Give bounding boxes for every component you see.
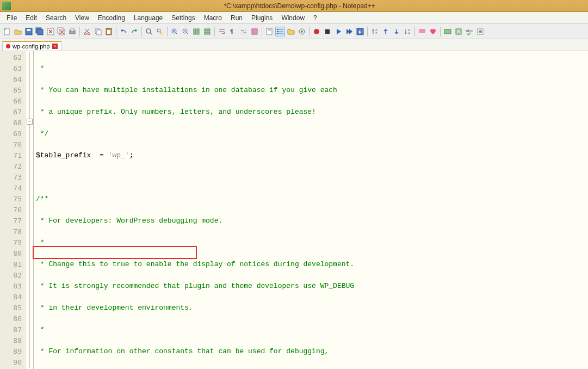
toolbar-separator xyxy=(367,27,368,36)
line-number: 80 xyxy=(1,248,22,259)
cut-icon[interactable] xyxy=(82,27,92,36)
svg-rect-28 xyxy=(267,28,272,35)
line-number: 69 xyxy=(1,128,22,139)
save-all-icon[interactable] xyxy=(35,27,45,36)
code-editor[interactable]: * * You can have multiple installations … xyxy=(34,51,588,369)
line-number: 76 xyxy=(1,205,22,216)
func-list-icon[interactable] xyxy=(275,27,285,36)
line-number: 83 xyxy=(1,281,22,292)
svg-rect-32 xyxy=(279,29,283,30)
svg-rect-19 xyxy=(160,33,163,35)
line-number: 86 xyxy=(1,313,22,324)
tool1-icon[interactable] xyxy=(443,27,453,36)
close-all-icon[interactable] xyxy=(57,27,66,36)
menu-edit[interactable]: Edit xyxy=(21,13,41,23)
tab-close-icon[interactable]: × xyxy=(52,44,58,49)
folder-workspace-icon[interactable] xyxy=(286,27,296,36)
toolbar-separator xyxy=(309,27,310,36)
zoom-in-icon[interactable] xyxy=(170,27,180,36)
svg-rect-22 xyxy=(194,29,196,34)
doc-map-icon[interactable] xyxy=(264,27,274,36)
find-icon[interactable] xyxy=(144,27,154,36)
svg-rect-36 xyxy=(279,33,283,34)
ud-lang-icon[interactable] xyxy=(250,27,259,36)
tab-active[interactable]: wp-config.php × xyxy=(2,41,61,51)
line-number: 64 xyxy=(1,74,22,85)
sync-v-icon[interactable] xyxy=(191,27,201,36)
tool3-icon[interactable] xyxy=(475,27,485,36)
menu-window[interactable]: Window xyxy=(277,13,309,23)
redo-icon[interactable] xyxy=(129,27,139,36)
save-icon[interactable] xyxy=(24,27,34,36)
sort-desc-key-icon[interactable]: ZA xyxy=(403,27,412,36)
line-number: 79 xyxy=(1,237,22,248)
sort-asc-icon[interactable] xyxy=(381,27,391,36)
line-number: 81 xyxy=(1,259,22,270)
svg-rect-46 xyxy=(419,29,425,33)
line-number: 70 xyxy=(1,139,22,150)
fold-column[interactable]: − xyxy=(26,51,34,369)
toolbar-separator xyxy=(116,27,116,36)
modified-indicator-icon xyxy=(6,44,10,48)
menu-bar: File Edit Search View Encoding Language … xyxy=(0,12,588,24)
indent-guide-icon[interactable] xyxy=(239,27,249,36)
app-icon xyxy=(2,2,11,10)
tool2-icon[interactable] xyxy=(454,27,463,36)
comment-icon[interactable] xyxy=(417,27,427,36)
window-titlebar: *C:\xampp\htdocs\Demo\wp-config.php - No… xyxy=(0,0,588,12)
fold-toggle-icon[interactable]: − xyxy=(27,119,33,125)
zoom-out-icon[interactable] xyxy=(181,27,190,36)
tab-bar: wp-config.php × xyxy=(0,39,588,51)
svg-text:Z: Z xyxy=(375,32,377,35)
svg-rect-16 xyxy=(107,30,110,34)
save-macro-icon[interactable] xyxy=(355,27,365,36)
sync-h-icon[interactable] xyxy=(202,27,212,36)
undo-icon[interactable] xyxy=(119,27,128,36)
line-number: 65 xyxy=(1,85,22,96)
menu-language[interactable]: Language xyxy=(129,13,167,23)
close-icon[interactable] xyxy=(46,27,55,36)
new-file-icon[interactable] xyxy=(2,27,12,36)
menu-help[interactable]: ? xyxy=(309,13,321,23)
stop-icon[interactable] xyxy=(323,27,332,36)
svg-rect-1 xyxy=(4,28,6,30)
menu-macro[interactable]: Macro xyxy=(200,13,226,23)
line-number: 62 xyxy=(1,52,22,63)
menu-search[interactable]: Search xyxy=(41,13,71,23)
menu-encoding[interactable]: Encoding xyxy=(94,13,129,23)
show-all-chars-icon[interactable]: ¶ xyxy=(228,27,238,36)
line-number: 77 xyxy=(1,216,22,226)
line-number: 71 xyxy=(1,150,22,161)
menu-view[interactable]: View xyxy=(71,13,94,23)
menu-file[interactable]: File xyxy=(2,13,21,23)
monitoring-icon[interactable] xyxy=(297,27,307,36)
play-multi-icon[interactable] xyxy=(344,27,354,36)
wordwrap-icon[interactable] xyxy=(217,27,227,36)
paste-icon[interactable] xyxy=(104,27,114,36)
svg-rect-3 xyxy=(27,29,30,31)
replace-icon[interactable] xyxy=(155,27,165,36)
svg-rect-10 xyxy=(71,29,74,31)
record-icon[interactable] xyxy=(312,27,321,36)
svg-rect-24 xyxy=(205,29,210,31)
copy-icon[interactable] xyxy=(93,27,103,36)
spellcheck-icon[interactable]: abc xyxy=(465,27,474,36)
svg-text:¶: ¶ xyxy=(230,28,233,35)
sort-desc-icon[interactable] xyxy=(392,27,401,36)
svg-point-17 xyxy=(146,29,151,33)
line-number: 88 xyxy=(1,335,22,346)
svg-rect-14 xyxy=(97,30,101,35)
heart-icon[interactable] xyxy=(428,27,438,36)
menu-plugins[interactable]: Plugins xyxy=(247,13,277,23)
print-icon[interactable] xyxy=(67,27,77,36)
menu-settings[interactable]: Settings xyxy=(167,13,199,23)
svg-point-39 xyxy=(314,29,319,34)
toolbar-separator xyxy=(141,27,142,36)
line-number: 66 xyxy=(1,96,22,107)
svg-rect-5 xyxy=(38,29,43,35)
menu-run[interactable]: Run xyxy=(226,13,247,23)
open-file-icon[interactable] xyxy=(13,27,23,36)
svg-rect-29 xyxy=(268,29,271,30)
sort-asc-key-icon[interactable]: AZ xyxy=(370,27,380,36)
play-icon[interactable] xyxy=(333,27,343,36)
